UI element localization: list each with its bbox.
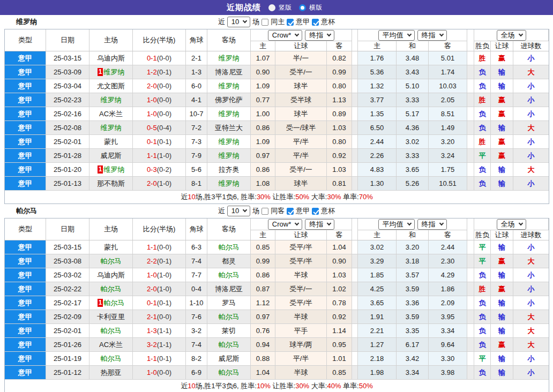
handicap-cell: 半球 xyxy=(275,268,327,282)
spacer-cell xyxy=(467,282,474,296)
league-checkbox[interactable] xyxy=(287,208,294,215)
col-header-score: 比分(半场) xyxy=(133,29,186,51)
score-cell: 1-2(0-1) xyxy=(133,65,186,79)
avg-away-cell: 1.86 xyxy=(429,282,467,296)
table-row: 意甲 25-02-16 AC米兰 1-0(0-0) 10-7 维罗纳 1.00 … xyxy=(5,107,549,121)
avg-home-cell: 2.18 xyxy=(358,352,397,365)
fulltime-score: 1-3 xyxy=(147,327,157,335)
fulltime-group-header: 全场 xyxy=(474,218,549,230)
spacer-cell xyxy=(352,149,358,162)
fulltime-score: 1-1 xyxy=(147,243,157,251)
bookmaker-select[interactable]: Crow* xyxy=(268,30,302,41)
fulltime-score: 3-2 xyxy=(147,341,157,349)
avg-home-cell: 1.85 xyxy=(358,268,397,282)
odds-final-select[interactable]: 终指 xyxy=(305,30,334,41)
league-checkbox[interactable] xyxy=(287,19,294,26)
team-name: 帕尔马 xyxy=(16,206,37,216)
away-odds-cell: 0.92 xyxy=(327,310,352,323)
halftime-score: (1-0) xyxy=(157,152,171,160)
home-team-name: 热那亚 xyxy=(101,368,122,378)
handicap-cell: 受半/一 xyxy=(275,282,327,296)
halftime-score: (0-0) xyxy=(157,368,171,376)
subcol-goals: 进球数 xyxy=(513,41,549,51)
chevron-down-icon xyxy=(439,221,443,225)
away-odds-cell: 1.02 xyxy=(327,282,352,296)
vertical-layout-radio[interactable] xyxy=(268,4,275,11)
team-section: 维罗纳 近 10 场 同主 意甲 意杯 类型 日期 主场 比分(半场) 角球 客… xyxy=(0,15,553,204)
team-name: 维罗纳 xyxy=(16,17,37,27)
date-cell: 25-02-09 xyxy=(46,310,89,323)
handicap-cell: 半球 xyxy=(275,310,327,323)
subcol-odds-home: 主 xyxy=(251,230,275,240)
away-team-cell: 拉齐奥 xyxy=(207,163,251,176)
away-odds-cell: 0.90 xyxy=(327,254,352,268)
date-cell: 25-03-04 xyxy=(46,79,89,93)
match-count-select[interactable]: 10 xyxy=(227,17,250,27)
fulltime-score: 1-0 xyxy=(147,368,157,376)
avg-away-cell: 3.34 xyxy=(429,324,467,337)
avg-draw-cell: 3.65 xyxy=(397,163,429,176)
spacer-cell xyxy=(467,254,474,268)
spacer-column xyxy=(352,218,358,240)
away-team-cell: 博洛尼亚 xyxy=(207,65,251,79)
fulltime-select[interactable]: 全场 xyxy=(497,219,526,230)
spacer-cell xyxy=(467,93,474,107)
average-final-select[interactable]: 终指 xyxy=(417,219,447,230)
same-venue-checkbox[interactable] xyxy=(261,19,268,26)
avg-away-cell: 4.29 xyxy=(429,268,467,282)
goals-cell: 小 xyxy=(513,352,549,365)
average-select[interactable]: 平均值 xyxy=(378,30,415,41)
chevron-down-icon xyxy=(327,221,331,225)
same-venue-checkbox[interactable] xyxy=(261,208,268,215)
corner-cell: 7-4 xyxy=(186,254,207,268)
recent-label: 近 xyxy=(218,206,225,216)
cup-checkbox[interactable] xyxy=(312,19,319,26)
score-cell: 1-0(1-0) xyxy=(133,268,186,282)
fulltime-score: 0-1 xyxy=(147,299,157,307)
league-cell: 意甲 xyxy=(5,93,46,107)
league-cell: 意甲 xyxy=(5,51,46,65)
home-team-name: 帕尔马 xyxy=(101,354,122,364)
league-cell: 意甲 xyxy=(5,282,46,296)
average-final-select-value: 终指 xyxy=(422,31,436,39)
subcol-handicap-result: 让球 xyxy=(491,230,513,240)
fulltime-score: 1-1 xyxy=(147,152,157,160)
goals-cell: 小 xyxy=(513,107,549,120)
handicap-result-cell: 赢 xyxy=(491,51,513,65)
odds-group-header: Crow* 终指 xyxy=(251,218,352,230)
sections-container: 维罗纳 近 10 场 同主 意甲 意杯 类型 日期 主场 比分(半场) 角球 客… xyxy=(0,15,553,392)
away-odds-cell: 0.80 xyxy=(327,79,352,93)
result-cell: 负 xyxy=(474,163,491,176)
spacer-cell xyxy=(352,254,358,268)
corner-cell: 6-3 xyxy=(186,240,207,254)
halftime-score: (0-0) xyxy=(157,96,171,104)
result-cell: 负 xyxy=(474,324,491,337)
away-team-name: 帕尔马 xyxy=(219,243,240,252)
average-final-select[interactable]: 终指 xyxy=(417,30,447,41)
home-team-cell: 乌迪内斯 xyxy=(89,268,133,282)
bookmaker-select[interactable]: Crow* xyxy=(268,219,302,230)
halftime-score: (0-1) xyxy=(157,138,171,146)
halftime-score: (0-0) xyxy=(157,54,171,62)
corner-cell: 5-6 xyxy=(186,163,207,176)
cup-checkbox[interactable] xyxy=(312,208,319,215)
avg-draw-cell: 5.17 xyxy=(397,107,429,120)
fulltime-select[interactable]: 全场 xyxy=(497,30,526,41)
league-cell: 意甲 xyxy=(5,163,46,176)
average-select[interactable]: 平均值 xyxy=(378,219,415,230)
home-odds-cell: 0.76 xyxy=(251,324,275,337)
corner-cell: 1-3 xyxy=(186,65,207,79)
handicap-cell: 平/半 xyxy=(275,149,327,162)
table-header: 类型 日期 主场 比分(半场) 角球 客场 Crow* 终指 平均值 终指 全场 xyxy=(5,29,549,51)
score-cell: 1-3(1-1) xyxy=(133,324,186,337)
away-team-name: 拉齐奥 xyxy=(219,165,240,175)
odds-final-select[interactable]: 终指 xyxy=(305,219,334,230)
home-team-name: 维罗纳 xyxy=(103,165,124,175)
corner-cell: 8-1 xyxy=(186,177,207,190)
halftime-score: (0-1) xyxy=(157,299,171,307)
horizontal-layout-radio[interactable] xyxy=(299,4,306,11)
team-section: 帕尔马 近 10 场 同客 意甲 意杯 类型 日期 主场 比分(半场) 角球 客… xyxy=(0,204,553,392)
filter-controls: 近 10 场 同客 意甲 意杯 xyxy=(218,206,335,216)
match-count-select[interactable]: 10 xyxy=(227,206,250,216)
page-title: 近期战绩 xyxy=(227,3,261,13)
